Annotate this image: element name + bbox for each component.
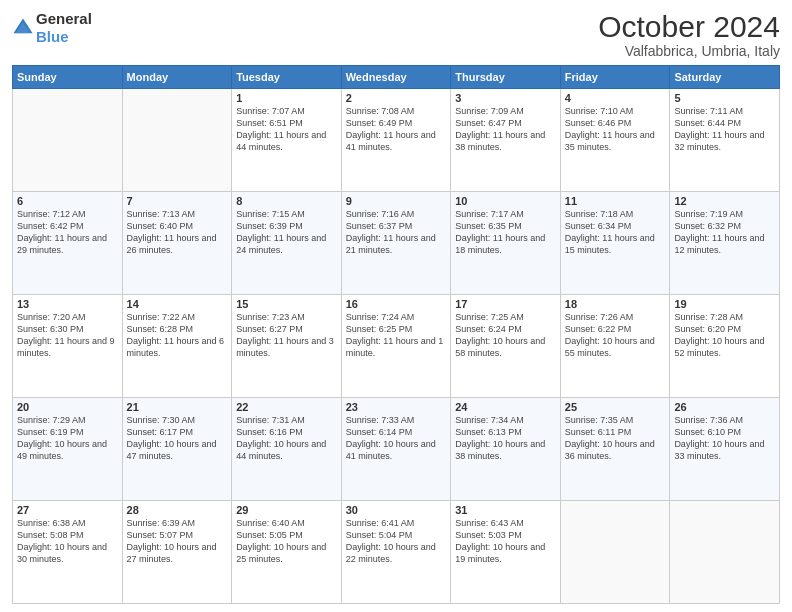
calendar-cell: 28Sunrise: 6:39 AM Sunset: 5:07 PM Dayli… bbox=[122, 501, 232, 604]
th-monday: Monday bbox=[122, 66, 232, 89]
day-number: 8 bbox=[236, 195, 337, 207]
day-info: Sunrise: 7:28 AM Sunset: 6:20 PM Dayligh… bbox=[674, 311, 775, 360]
th-saturday: Saturday bbox=[670, 66, 780, 89]
calendar-cell: 18Sunrise: 7:26 AM Sunset: 6:22 PM Dayli… bbox=[560, 295, 670, 398]
day-info: Sunrise: 6:38 AM Sunset: 5:08 PM Dayligh… bbox=[17, 517, 118, 566]
day-number: 30 bbox=[346, 504, 447, 516]
calendar-cell: 22Sunrise: 7:31 AM Sunset: 6:16 PM Dayli… bbox=[232, 398, 342, 501]
calendar-week-1: 1Sunrise: 7:07 AM Sunset: 6:51 PM Daylig… bbox=[13, 89, 780, 192]
day-number: 14 bbox=[127, 298, 228, 310]
calendar-cell bbox=[670, 501, 780, 604]
th-tuesday: Tuesday bbox=[232, 66, 342, 89]
calendar-cell: 31Sunrise: 6:43 AM Sunset: 5:03 PM Dayli… bbox=[451, 501, 561, 604]
logo-general: General bbox=[36, 10, 92, 27]
logo-icon bbox=[12, 17, 34, 39]
calendar-cell: 12Sunrise: 7:19 AM Sunset: 6:32 PM Dayli… bbox=[670, 192, 780, 295]
calendar-week-4: 20Sunrise: 7:29 AM Sunset: 6:19 PM Dayli… bbox=[13, 398, 780, 501]
calendar-cell: 25Sunrise: 7:35 AM Sunset: 6:11 PM Dayli… bbox=[560, 398, 670, 501]
day-info: Sunrise: 7:10 AM Sunset: 6:46 PM Dayligh… bbox=[565, 105, 666, 154]
day-number: 13 bbox=[17, 298, 118, 310]
day-number: 22 bbox=[236, 401, 337, 413]
calendar-cell: 26Sunrise: 7:36 AM Sunset: 6:10 PM Dayli… bbox=[670, 398, 780, 501]
day-number: 26 bbox=[674, 401, 775, 413]
calendar-cell: 15Sunrise: 7:23 AM Sunset: 6:27 PM Dayli… bbox=[232, 295, 342, 398]
day-info: Sunrise: 7:08 AM Sunset: 6:49 PM Dayligh… bbox=[346, 105, 447, 154]
day-info: Sunrise: 7:36 AM Sunset: 6:10 PM Dayligh… bbox=[674, 414, 775, 463]
day-number: 28 bbox=[127, 504, 228, 516]
day-number: 4 bbox=[565, 92, 666, 104]
calendar-cell bbox=[13, 89, 123, 192]
logo-blue: Blue bbox=[36, 28, 69, 45]
day-info: Sunrise: 7:12 AM Sunset: 6:42 PM Dayligh… bbox=[17, 208, 118, 257]
day-number: 29 bbox=[236, 504, 337, 516]
day-number: 1 bbox=[236, 92, 337, 104]
day-info: Sunrise: 7:16 AM Sunset: 6:37 PM Dayligh… bbox=[346, 208, 447, 257]
day-info: Sunrise: 7:34 AM Sunset: 6:13 PM Dayligh… bbox=[455, 414, 556, 463]
calendar-week-5: 27Sunrise: 6:38 AM Sunset: 5:08 PM Dayli… bbox=[13, 501, 780, 604]
day-number: 27 bbox=[17, 504, 118, 516]
calendar-cell: 21Sunrise: 7:30 AM Sunset: 6:17 PM Dayli… bbox=[122, 398, 232, 501]
calendar-cell bbox=[122, 89, 232, 192]
th-sunday: Sunday bbox=[13, 66, 123, 89]
day-number: 3 bbox=[455, 92, 556, 104]
day-number: 6 bbox=[17, 195, 118, 207]
day-number: 31 bbox=[455, 504, 556, 516]
day-number: 19 bbox=[674, 298, 775, 310]
day-number: 20 bbox=[17, 401, 118, 413]
calendar-cell: 14Sunrise: 7:22 AM Sunset: 6:28 PM Dayli… bbox=[122, 295, 232, 398]
calendar-cell: 30Sunrise: 6:41 AM Sunset: 5:04 PM Dayli… bbox=[341, 501, 451, 604]
day-number: 9 bbox=[346, 195, 447, 207]
day-info: Sunrise: 7:35 AM Sunset: 6:11 PM Dayligh… bbox=[565, 414, 666, 463]
day-info: Sunrise: 6:40 AM Sunset: 5:05 PM Dayligh… bbox=[236, 517, 337, 566]
header: General Blue October 2024 Valfabbrica, U… bbox=[12, 10, 780, 59]
day-info: Sunrise: 6:41 AM Sunset: 5:04 PM Dayligh… bbox=[346, 517, 447, 566]
day-number: 18 bbox=[565, 298, 666, 310]
calendar-cell bbox=[560, 501, 670, 604]
day-number: 25 bbox=[565, 401, 666, 413]
day-number: 5 bbox=[674, 92, 775, 104]
calendar: Sunday Monday Tuesday Wednesday Thursday… bbox=[12, 65, 780, 604]
day-info: Sunrise: 7:07 AM Sunset: 6:51 PM Dayligh… bbox=[236, 105, 337, 154]
day-info: Sunrise: 7:23 AM Sunset: 6:27 PM Dayligh… bbox=[236, 311, 337, 360]
day-info: Sunrise: 7:25 AM Sunset: 6:24 PM Dayligh… bbox=[455, 311, 556, 360]
calendar-cell: 9Sunrise: 7:16 AM Sunset: 6:37 PM Daylig… bbox=[341, 192, 451, 295]
calendar-cell: 7Sunrise: 7:13 AM Sunset: 6:40 PM Daylig… bbox=[122, 192, 232, 295]
calendar-cell: 11Sunrise: 7:18 AM Sunset: 6:34 PM Dayli… bbox=[560, 192, 670, 295]
logo: General Blue bbox=[12, 10, 92, 46]
day-info: Sunrise: 7:15 AM Sunset: 6:39 PM Dayligh… bbox=[236, 208, 337, 257]
subtitle: Valfabbrica, Umbria, Italy bbox=[598, 43, 780, 59]
day-info: Sunrise: 7:19 AM Sunset: 6:32 PM Dayligh… bbox=[674, 208, 775, 257]
calendar-cell: 17Sunrise: 7:25 AM Sunset: 6:24 PM Dayli… bbox=[451, 295, 561, 398]
calendar-cell: 3Sunrise: 7:09 AM Sunset: 6:47 PM Daylig… bbox=[451, 89, 561, 192]
day-info: Sunrise: 7:29 AM Sunset: 6:19 PM Dayligh… bbox=[17, 414, 118, 463]
day-number: 12 bbox=[674, 195, 775, 207]
calendar-week-2: 6Sunrise: 7:12 AM Sunset: 6:42 PM Daylig… bbox=[13, 192, 780, 295]
day-info: Sunrise: 7:26 AM Sunset: 6:22 PM Dayligh… bbox=[565, 311, 666, 360]
calendar-cell: 23Sunrise: 7:33 AM Sunset: 6:14 PM Dayli… bbox=[341, 398, 451, 501]
th-thursday: Thursday bbox=[451, 66, 561, 89]
calendar-cell: 29Sunrise: 6:40 AM Sunset: 5:05 PM Dayli… bbox=[232, 501, 342, 604]
day-info: Sunrise: 6:43 AM Sunset: 5:03 PM Dayligh… bbox=[455, 517, 556, 566]
day-number: 11 bbox=[565, 195, 666, 207]
day-number: 2 bbox=[346, 92, 447, 104]
calendar-cell: 20Sunrise: 7:29 AM Sunset: 6:19 PM Dayli… bbox=[13, 398, 123, 501]
day-number: 21 bbox=[127, 401, 228, 413]
calendar-cell: 6Sunrise: 7:12 AM Sunset: 6:42 PM Daylig… bbox=[13, 192, 123, 295]
day-info: Sunrise: 7:18 AM Sunset: 6:34 PM Dayligh… bbox=[565, 208, 666, 257]
calendar-week-3: 13Sunrise: 7:20 AM Sunset: 6:30 PM Dayli… bbox=[13, 295, 780, 398]
day-info: Sunrise: 6:39 AM Sunset: 5:07 PM Dayligh… bbox=[127, 517, 228, 566]
main-title: October 2024 bbox=[598, 10, 780, 43]
calendar-cell: 19Sunrise: 7:28 AM Sunset: 6:20 PM Dayli… bbox=[670, 295, 780, 398]
day-number: 7 bbox=[127, 195, 228, 207]
day-number: 16 bbox=[346, 298, 447, 310]
calendar-cell: 4Sunrise: 7:10 AM Sunset: 6:46 PM Daylig… bbox=[560, 89, 670, 192]
day-info: Sunrise: 7:22 AM Sunset: 6:28 PM Dayligh… bbox=[127, 311, 228, 360]
calendar-cell: 1Sunrise: 7:07 AM Sunset: 6:51 PM Daylig… bbox=[232, 89, 342, 192]
title-block: October 2024 Valfabbrica, Umbria, Italy bbox=[598, 10, 780, 59]
th-friday: Friday bbox=[560, 66, 670, 89]
calendar-cell: 2Sunrise: 7:08 AM Sunset: 6:49 PM Daylig… bbox=[341, 89, 451, 192]
header-row: Sunday Monday Tuesday Wednesday Thursday… bbox=[13, 66, 780, 89]
calendar-cell: 27Sunrise: 6:38 AM Sunset: 5:08 PM Dayli… bbox=[13, 501, 123, 604]
calendar-cell: 13Sunrise: 7:20 AM Sunset: 6:30 PM Dayli… bbox=[13, 295, 123, 398]
day-number: 24 bbox=[455, 401, 556, 413]
